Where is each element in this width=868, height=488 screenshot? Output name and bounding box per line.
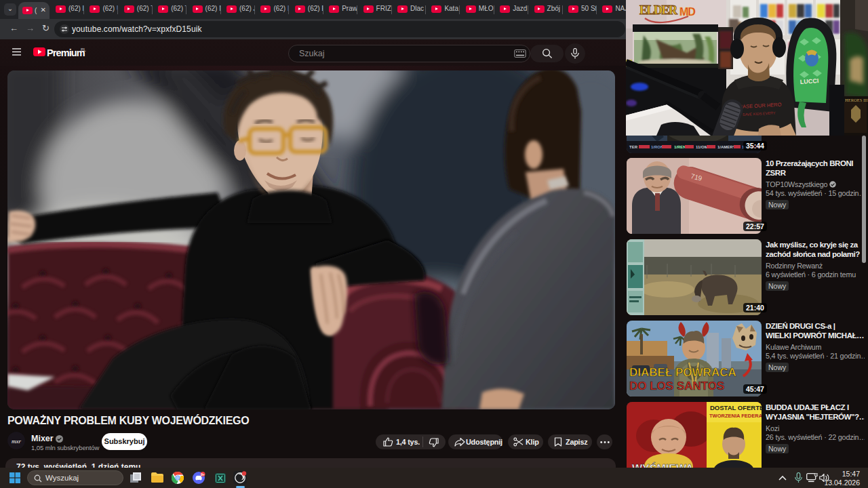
svg-text:TWORZENIA FEDERACJI: TWORZENIA FEDERACJI — [709, 413, 762, 419]
svg-text:LUCCI: LUCCI — [800, 77, 818, 85]
svg-text:11/OM: 11/OM — [696, 145, 708, 149]
svg-text:TER: TER — [629, 145, 638, 149]
svg-text:DOSTAL OFERTE: DOSTAL OFERTE — [710, 404, 762, 411]
svg-text:PL: PL — [81, 47, 86, 52]
svg-text:HEROES III: HEROES III — [845, 98, 867, 102]
svg-text:Premium: Premium — [47, 47, 85, 58]
svg-text:ELDER: ELDER — [639, 3, 678, 17]
svg-text:1/RON: 1/RON — [651, 145, 663, 149]
svg-text:mxr: mxr — [12, 438, 21, 445]
svg-text:DO LOS SANTOS: DO LOS SANTOS — [629, 380, 724, 392]
svg-text:DIABEŁ POWRACA: DIABEŁ POWRACA — [629, 366, 736, 379]
svg-text:9+: 9+ — [201, 472, 205, 476]
svg-text:1/REN: 1/REN — [674, 145, 686, 149]
